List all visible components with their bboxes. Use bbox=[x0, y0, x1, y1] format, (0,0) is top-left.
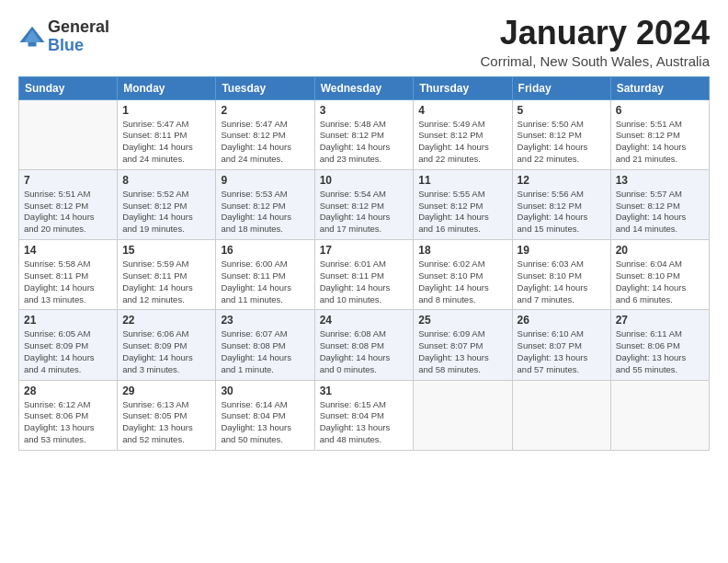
day-detail: Sunrise: 5:57 AM Sunset: 8:12 PM Dayligh… bbox=[616, 189, 704, 236]
day-number: 29 bbox=[122, 385, 210, 397]
day-detail: Sunrise: 6:01 AM Sunset: 8:11 PM Dayligh… bbox=[320, 259, 409, 305]
calendar-cell: 9Sunrise: 5:53 AM Sunset: 8:12 PM Daylig… bbox=[216, 169, 314, 239]
day-number: 9 bbox=[221, 174, 309, 187]
day-detail: Sunrise: 5:52 AM Sunset: 8:12 PM Dayligh… bbox=[122, 189, 210, 236]
day-detail: Sunrise: 5:47 AM Sunset: 8:11 PM Dayligh… bbox=[122, 119, 210, 166]
calendar-cell: 7Sunrise: 5:51 AM Sunset: 8:12 PM Daylig… bbox=[19, 169, 118, 239]
day-detail: Sunrise: 5:48 AM Sunset: 8:12 PM Dayligh… bbox=[320, 119, 409, 166]
calendar-cell: 22Sunrise: 6:06 AM Sunset: 8:09 PM Dayli… bbox=[118, 310, 216, 380]
calendar-week-row: 1Sunrise: 5:47 AM Sunset: 8:11 PM Daylig… bbox=[19, 99, 710, 169]
weekday-header-sunday: Sunday bbox=[19, 76, 118, 99]
day-detail: Sunrise: 5:51 AM Sunset: 8:12 PM Dayligh… bbox=[616, 119, 704, 166]
calendar-cell: 3Sunrise: 5:48 AM Sunset: 8:12 PM Daylig… bbox=[314, 99, 414, 169]
day-detail: Sunrise: 6:10 AM Sunset: 8:07 PM Dayligh… bbox=[518, 328, 606, 375]
day-detail: Sunrise: 6:11 AM Sunset: 8:06 PM Dayligh… bbox=[616, 328, 704, 375]
calendar-cell: 4Sunrise: 5:49 AM Sunset: 8:12 PM Daylig… bbox=[414, 99, 512, 169]
day-detail: Sunrise: 6:12 AM Sunset: 8:06 PM Dayligh… bbox=[24, 399, 112, 446]
day-detail: Sunrise: 6:06 AM Sunset: 8:09 PM Dayligh… bbox=[122, 328, 210, 375]
day-detail: Sunrise: 6:02 AM Sunset: 8:10 PM Dayligh… bbox=[418, 259, 506, 305]
calendar-cell bbox=[610, 380, 709, 450]
day-number: 10 bbox=[320, 174, 409, 187]
calendar-cell: 28Sunrise: 6:12 AM Sunset: 8:06 PM Dayli… bbox=[19, 380, 118, 450]
calendar-cell: 15Sunrise: 5:59 AM Sunset: 8:11 PM Dayli… bbox=[118, 240, 216, 310]
calendar-week-row: 21Sunrise: 6:05 AM Sunset: 8:09 PM Dayli… bbox=[19, 310, 710, 380]
logo-blue: Blue bbox=[48, 36, 84, 54]
calendar-cell: 18Sunrise: 6:02 AM Sunset: 8:10 PM Dayli… bbox=[414, 240, 512, 310]
day-detail: Sunrise: 5:51 AM Sunset: 8:12 PM Dayligh… bbox=[24, 189, 112, 236]
calendar-cell: 5Sunrise: 5:50 AM Sunset: 8:12 PM Daylig… bbox=[512, 99, 610, 169]
calendar-cell: 31Sunrise: 6:15 AM Sunset: 8:04 PM Dayli… bbox=[314, 380, 414, 450]
calendar-cell: 8Sunrise: 5:52 AM Sunset: 8:12 PM Daylig… bbox=[118, 169, 216, 239]
calendar-cell: 19Sunrise: 6:03 AM Sunset: 8:10 PM Dayli… bbox=[512, 240, 610, 310]
day-detail: Sunrise: 6:08 AM Sunset: 8:08 PM Dayligh… bbox=[320, 328, 409, 375]
calendar-cell bbox=[414, 380, 512, 450]
calendar-title: January 2024 bbox=[480, 15, 710, 52]
day-number: 2 bbox=[221, 104, 309, 117]
calendar-cell: 13Sunrise: 5:57 AM Sunset: 8:12 PM Dayli… bbox=[610, 169, 709, 239]
day-number: 16 bbox=[221, 244, 309, 257]
day-number: 12 bbox=[518, 174, 606, 187]
day-number: 24 bbox=[320, 314, 409, 327]
page: General Blue January 2024 Corrimal, New … bbox=[0, 0, 728, 563]
calendar-cell: 17Sunrise: 6:01 AM Sunset: 8:11 PM Dayli… bbox=[314, 240, 414, 310]
calendar-table: SundayMondayTuesdayWednesdayThursdayFrid… bbox=[18, 76, 710, 451]
calendar-cell: 25Sunrise: 6:09 AM Sunset: 8:07 PM Dayli… bbox=[414, 310, 512, 380]
calendar-week-row: 14Sunrise: 5:58 AM Sunset: 8:11 PM Dayli… bbox=[19, 240, 710, 310]
calendar-subtitle: Corrimal, New South Wales, Australia bbox=[480, 53, 710, 69]
day-number: 28 bbox=[24, 385, 112, 397]
day-number: 15 bbox=[122, 244, 210, 257]
day-number: 22 bbox=[122, 314, 210, 327]
day-detail: Sunrise: 6:13 AM Sunset: 8:05 PM Dayligh… bbox=[122, 399, 210, 446]
day-number: 8 bbox=[122, 174, 210, 187]
day-number: 30 bbox=[221, 385, 309, 397]
calendar-cell: 23Sunrise: 6:07 AM Sunset: 8:08 PM Dayli… bbox=[216, 310, 314, 380]
day-number: 21 bbox=[24, 314, 112, 327]
calendar-header-row: SundayMondayTuesdayWednesdayThursdayFrid… bbox=[19, 76, 710, 99]
calendar-cell: 6Sunrise: 5:51 AM Sunset: 8:12 PM Daylig… bbox=[610, 99, 709, 169]
calendar-cell: 14Sunrise: 5:58 AM Sunset: 8:11 PM Dayli… bbox=[19, 240, 118, 310]
day-number: 3 bbox=[320, 104, 409, 117]
calendar-cell: 24Sunrise: 6:08 AM Sunset: 8:08 PM Dayli… bbox=[314, 310, 414, 380]
calendar-cell: 11Sunrise: 5:55 AM Sunset: 8:12 PM Dayli… bbox=[414, 169, 512, 239]
logo-icon bbox=[18, 23, 46, 51]
day-detail: Sunrise: 5:58 AM Sunset: 8:11 PM Dayligh… bbox=[24, 259, 112, 305]
calendar-cell: 30Sunrise: 6:14 AM Sunset: 8:04 PM Dayli… bbox=[216, 380, 314, 450]
weekday-header-tuesday: Tuesday bbox=[216, 76, 314, 99]
calendar-cell: 21Sunrise: 6:05 AM Sunset: 8:09 PM Dayli… bbox=[19, 310, 118, 380]
calendar-cell: 12Sunrise: 5:56 AM Sunset: 8:12 PM Dayli… bbox=[512, 169, 610, 239]
day-number: 19 bbox=[518, 244, 606, 257]
day-number: 11 bbox=[418, 174, 506, 187]
calendar-week-row: 7Sunrise: 5:51 AM Sunset: 8:12 PM Daylig… bbox=[19, 169, 710, 239]
day-number: 25 bbox=[418, 314, 506, 327]
logo-text: General Blue bbox=[48, 18, 109, 55]
day-detail: Sunrise: 6:00 AM Sunset: 8:11 PM Dayligh… bbox=[221, 259, 309, 305]
header: General Blue January 2024 Corrimal, New … bbox=[18, 15, 710, 69]
calendar-cell: 2Sunrise: 5:47 AM Sunset: 8:12 PM Daylig… bbox=[216, 99, 314, 169]
calendar-cell: 10Sunrise: 5:54 AM Sunset: 8:12 PM Dayli… bbox=[314, 169, 414, 239]
day-number: 27 bbox=[616, 314, 704, 327]
day-detail: Sunrise: 6:15 AM Sunset: 8:04 PM Dayligh… bbox=[320, 399, 409, 446]
day-detail: Sunrise: 6:07 AM Sunset: 8:08 PM Dayligh… bbox=[221, 328, 309, 375]
day-number: 23 bbox=[221, 314, 309, 327]
title-area: January 2024 Corrimal, New South Wales, … bbox=[480, 15, 710, 69]
day-detail: Sunrise: 5:55 AM Sunset: 8:12 PM Dayligh… bbox=[418, 189, 506, 236]
day-detail: Sunrise: 5:50 AM Sunset: 8:12 PM Dayligh… bbox=[518, 119, 606, 166]
weekday-header-monday: Monday bbox=[118, 76, 216, 99]
day-number: 26 bbox=[518, 314, 606, 327]
weekday-header-thursday: Thursday bbox=[414, 76, 512, 99]
calendar-cell: 20Sunrise: 6:04 AM Sunset: 8:10 PM Dayli… bbox=[610, 240, 709, 310]
day-detail: Sunrise: 5:59 AM Sunset: 8:11 PM Dayligh… bbox=[122, 259, 210, 305]
calendar-cell: 1Sunrise: 5:47 AM Sunset: 8:11 PM Daylig… bbox=[118, 99, 216, 169]
calendar-cell: 16Sunrise: 6:00 AM Sunset: 8:11 PM Dayli… bbox=[216, 240, 314, 310]
day-detail: Sunrise: 6:03 AM Sunset: 8:10 PM Dayligh… bbox=[518, 259, 606, 305]
logo-general: General bbox=[48, 17, 109, 36]
day-number: 7 bbox=[24, 174, 112, 187]
day-number: 17 bbox=[320, 244, 409, 257]
day-number: 6 bbox=[616, 104, 704, 117]
calendar-cell bbox=[19, 99, 118, 169]
logo: General Blue bbox=[18, 18, 109, 55]
weekday-header-saturday: Saturday bbox=[610, 76, 709, 99]
day-number: 20 bbox=[616, 244, 704, 257]
day-number: 13 bbox=[616, 174, 704, 187]
calendar-week-row: 28Sunrise: 6:12 AM Sunset: 8:06 PM Dayli… bbox=[19, 380, 710, 450]
